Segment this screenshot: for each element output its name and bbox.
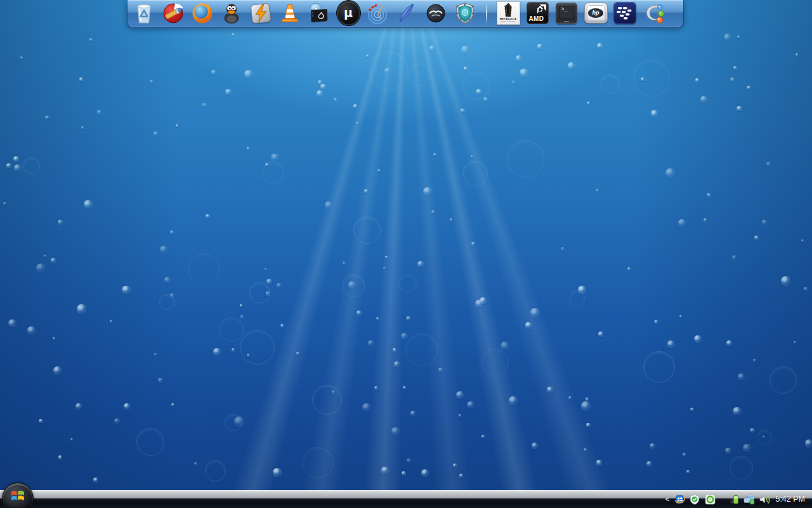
tray-expand-chevron[interactable]: < (665, 490, 670, 508)
dock-item-nero-burner[interactable] (307, 1, 331, 26)
terminal-screen: >_ (559, 6, 574, 19)
metallica-album-icon: METALLICA DEATH MAGNETIC (497, 1, 520, 25)
bubble (110, 320, 112, 323)
ad-aware-radar-icon (366, 2, 389, 25)
security-shield-icon (454, 2, 476, 25)
bubble (461, 109, 465, 113)
bubble (459, 414, 461, 417)
bubble (586, 398, 589, 401)
bubble (158, 378, 163, 383)
taskbar: < (0, 490, 812, 508)
bubble (507, 140, 544, 178)
ccleaner-icon (162, 2, 185, 25)
black-duck-icon (220, 2, 243, 25)
bubble (530, 308, 540, 318)
bubble (520, 69, 528, 77)
bubble (600, 74, 620, 94)
dock-item-metallica[interactable]: METALLICA DEATH MAGNETIC (496, 1, 520, 26)
bubble (79, 77, 83, 81)
bubble (743, 444, 751, 452)
dock-item-recycle-bin[interactable] (132, 1, 156, 26)
bubble (394, 361, 400, 367)
bubble (581, 401, 591, 411)
dock-item-ccleaner[interactable] (161, 1, 185, 26)
bubble (325, 201, 332, 209)
bubble (343, 262, 346, 265)
bubble (476, 89, 482, 95)
bubble (8, 319, 16, 327)
bubble (51, 258, 56, 264)
bubble (694, 335, 702, 343)
bubble (194, 462, 197, 465)
dock-item-openoffice[interactable] (424, 1, 448, 26)
dock-item-security-shield[interactable] (453, 1, 477, 26)
bubble (273, 468, 282, 477)
bubble (754, 236, 759, 240)
bubble (568, 396, 572, 399)
bubble (3, 202, 6, 205)
dock-item-blackberry[interactable] (613, 1, 637, 26)
bubble (578, 286, 586, 294)
terminal-icon: >_ (556, 3, 577, 24)
bubble (598, 331, 604, 337)
bubble (725, 448, 731, 454)
bubble (686, 470, 690, 474)
dock-item-utorrent[interactable]: µ (336, 1, 360, 26)
bubble (405, 333, 439, 367)
dock-item-amd[interactable]: AMD (525, 1, 549, 26)
dock-item-firefox[interactable] (190, 1, 214, 26)
bubble (334, 98, 337, 102)
bubble (164, 277, 171, 283)
bubble (122, 286, 130, 294)
bubble (724, 34, 731, 41)
bubble (53, 337, 55, 340)
bubble (353, 104, 358, 109)
bubble (247, 147, 250, 150)
bubble (805, 439, 812, 447)
hp-icon: hp (584, 3, 608, 23)
bubble (383, 267, 386, 269)
dock-item-hp[interactable]: hp (584, 1, 608, 26)
security-center-shield-icon[interactable] (689, 493, 700, 505)
bubble (423, 187, 432, 196)
bubble (154, 353, 157, 356)
taskbar-clock[interactable]: 5:42 PM (774, 490, 809, 508)
bubble (58, 455, 63, 460)
bubble (159, 294, 175, 310)
bubble (732, 255, 737, 260)
power-battery-icon[interactable] (728, 493, 740, 505)
bubble (150, 80, 153, 83)
dock-item-terminal[interactable]: >_ (554, 1, 579, 26)
bubble (707, 193, 711, 197)
bubble (266, 279, 272, 284)
bubble (467, 401, 475, 409)
volume-speaker-icon[interactable] (759, 493, 770, 505)
bubble (244, 70, 253, 79)
dock-item-objectdock[interactable] (642, 1, 666, 26)
bubble (136, 428, 164, 456)
green-ring-utility-icon[interactable] (704, 493, 716, 505)
bubble (398, 274, 417, 293)
bubble (459, 474, 463, 478)
dock-item-vlc[interactable] (278, 1, 302, 26)
bubble (14, 164, 21, 171)
bubble (342, 274, 365, 297)
top-dock: µ (127, 0, 684, 28)
dock-item-photoshop[interactable] (395, 1, 419, 26)
firefox-icon (191, 2, 214, 25)
bubble (312, 385, 343, 415)
bubble (266, 291, 270, 296)
dock-item-ad-aware[interactable] (365, 1, 390, 26)
photoshop-feather-icon (395, 2, 418, 25)
bubble (27, 326, 36, 335)
bubble (176, 124, 178, 127)
bubble (23, 157, 40, 174)
bubble (219, 317, 244, 342)
dock-item-black-duck[interactable] (219, 1, 244, 26)
windows-update-icon[interactable] (674, 493, 685, 505)
bubble (247, 354, 250, 357)
bubble (271, 154, 279, 162)
network-connection-icon[interactable] (743, 493, 755, 505)
bubble (303, 447, 334, 478)
dock-item-winamp[interactable] (249, 1, 273, 26)
